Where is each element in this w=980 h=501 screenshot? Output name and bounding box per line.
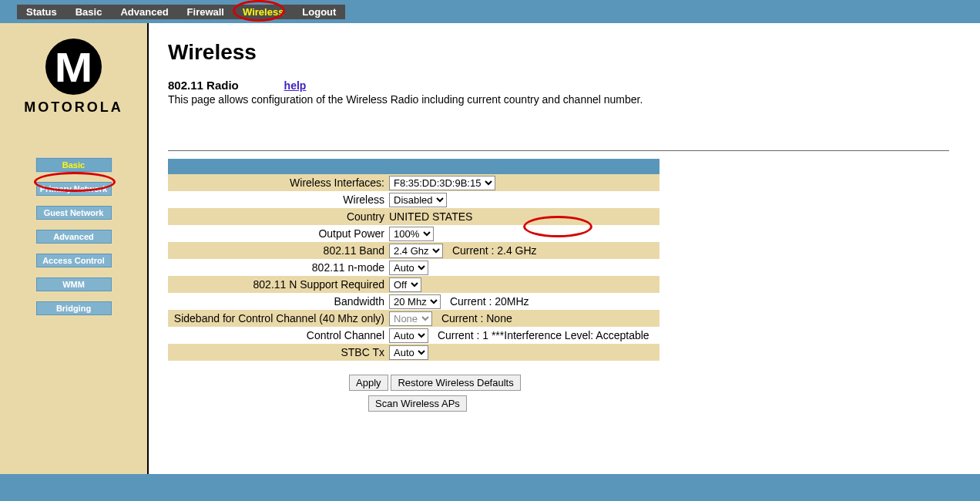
label-bandwidth: Bandwidth <box>168 293 387 310</box>
main-content: Wireless 802.11 Radio help This page all… <box>149 23 980 474</box>
separator <box>168 150 949 151</box>
scan-button[interactable]: Scan Wireless APs <box>368 395 467 412</box>
select-control-channel[interactable]: Auto <box>389 328 428 343</box>
current-control-channel: Current : 1 ***Interference Level: Accep… <box>438 329 649 341</box>
page-subtitle: 802.11 Radio <box>168 79 239 92</box>
select-output-power[interactable]: 100% <box>389 227 434 241</box>
restore-button[interactable]: Restore Wireless Defaults <box>391 375 520 391</box>
select-wireless-interfaces[interactable]: F8:35:DD:3D:9B:15 <box>389 176 495 190</box>
current-band: Current : 2.4 GHz <box>452 244 537 257</box>
help-link[interactable]: help <box>284 79 307 92</box>
label-control-channel: Control Channel <box>168 327 387 344</box>
sidebar-wmm[interactable]: WMM <box>36 277 112 291</box>
topnav-status[interactable]: Status <box>17 5 66 19</box>
label-nmode: 802.11 n-mode <box>168 259 387 276</box>
label-country: Country <box>168 208 387 225</box>
topnav-wireless[interactable]: Wireless <box>233 5 293 19</box>
select-sideband[interactable]: None <box>389 311 432 326</box>
topnav: Status Basic Advanced Firewall Wireless … <box>0 0 980 23</box>
label-wireless-interfaces: Wireless Interfaces: <box>168 174 387 191</box>
topnav-advanced[interactable]: Advanced <box>111 5 177 19</box>
page-title: Wireless <box>168 40 980 65</box>
topnav-logout[interactable]: Logout <box>293 5 345 19</box>
current-bandwidth: Current : 20MHz <box>450 295 529 308</box>
select-stbc[interactable]: Auto <box>389 345 428 360</box>
select-bandwidth[interactable]: 20 Mhz <box>389 294 441 309</box>
select-nmode[interactable]: Auto <box>389 261 428 275</box>
label-output-power: Output Power <box>168 225 387 242</box>
label-wireless: Wireless <box>168 191 387 208</box>
apply-button[interactable]: Apply <box>349 375 388 391</box>
label-band: 802.11 Band <box>168 242 387 259</box>
logo-text: MOTOROLA <box>24 99 123 116</box>
sidebar: M MOTOROLA Basic Primary Network Guest N… <box>0 23 149 474</box>
select-wireless[interactable]: Disabled <box>389 193 447 207</box>
motorola-logo-icon: M <box>45 39 102 95</box>
sidebar-bridging[interactable]: Bridging <box>36 301 112 315</box>
value-country: UNITED STATES <box>387 208 659 225</box>
footer-bar <box>0 474 980 501</box>
label-sideband: Sideband for Control Channel (40 Mhz onl… <box>168 310 387 327</box>
sidebar-guest-network[interactable]: Guest Network <box>36 206 112 220</box>
current-sideband: Current : None <box>441 312 512 324</box>
sidebar-basic[interactable]: Basic <box>36 158 112 172</box>
topnav-basic[interactable]: Basic <box>66 5 112 19</box>
select-band[interactable]: 2.4 Ghz <box>389 244 443 258</box>
label-stbc: STBC Tx <box>168 344 387 361</box>
sidebar-primary-network[interactable]: Primary Network <box>36 182 112 196</box>
topnav-firewall[interactable]: Firewall <box>178 5 233 19</box>
page-description: This page allows configuration of the Wi… <box>168 93 980 106</box>
select-nsupport[interactable]: Off <box>389 277 421 292</box>
sidebar-access-control[interactable]: Access Control <box>36 254 112 267</box>
config-table: Wireless Interfaces: F8:35:DD:3D:9B:15 W… <box>168 159 659 361</box>
sidebar-advanced[interactable]: Advanced <box>36 230 112 244</box>
logo: M MOTOROLA <box>24 39 123 116</box>
label-nsupport: 802.11 N Support Required <box>168 276 387 293</box>
